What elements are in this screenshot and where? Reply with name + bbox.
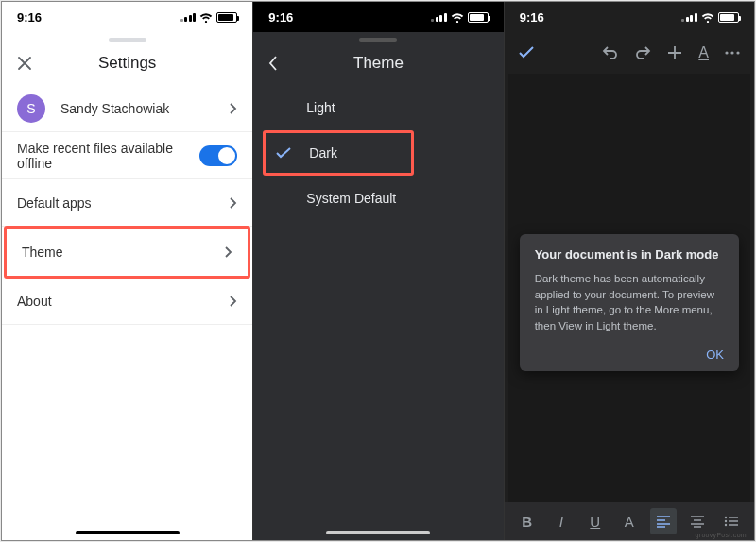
add-icon[interactable] xyxy=(666,44,683,61)
theme-label: Theme xyxy=(22,245,225,260)
editor-toolbar: A xyxy=(505,32,754,74)
cellular-icon xyxy=(681,13,697,22)
home-indicator xyxy=(326,531,430,534)
about-label: About xyxy=(17,294,230,309)
wifi-icon xyxy=(199,11,213,23)
theme-option-label: Dark xyxy=(309,145,337,161)
theme-option-label: Light xyxy=(306,100,335,115)
dialog-title: Your document is in Dark mode xyxy=(535,247,724,262)
check-icon xyxy=(275,147,292,159)
redo-icon[interactable] xyxy=(634,44,651,61)
status-bar: 9:16 xyxy=(2,2,252,32)
theme-screen: 9:16 Theme Light Dark System Default xyxy=(252,2,503,540)
status-time: 9:16 xyxy=(17,10,42,25)
offline-row[interactable]: Make recent files available offline xyxy=(2,132,252,179)
theme-row-highlight: Theme xyxy=(4,226,250,279)
italic-button[interactable]: I xyxy=(548,508,575,534)
battery-icon xyxy=(718,12,739,23)
default-apps-row[interactable]: Default apps xyxy=(2,179,252,227)
svg-point-1 xyxy=(730,51,733,54)
status-bar: 9:16 xyxy=(253,2,503,32)
status-bar: 9:16 xyxy=(505,2,754,32)
theme-option-dark[interactable]: Dark xyxy=(266,133,411,173)
avatar: S xyxy=(17,94,45,123)
bold-button[interactable]: B xyxy=(514,508,541,534)
document-area[interactable]: Your document is in Dark mode Dark theme… xyxy=(508,74,750,502)
chevron-right-icon xyxy=(225,246,232,258)
cellular-icon xyxy=(180,13,197,22)
watermark: groovyPost.com xyxy=(696,532,747,538)
cellular-icon xyxy=(431,13,447,22)
chevron-right-icon xyxy=(230,103,237,114)
more-icon[interactable] xyxy=(724,44,741,61)
theme-option-light[interactable]: Light xyxy=(253,85,503,130)
theme-row[interactable]: Theme xyxy=(7,229,248,276)
theme-title: Theme xyxy=(253,54,503,73)
status-time: 9:16 xyxy=(268,10,293,25)
dialog-body: Dark theme has been automatically applie… xyxy=(535,271,724,334)
align-left-button[interactable] xyxy=(650,508,677,534)
battery-icon xyxy=(216,12,237,23)
status-indicators xyxy=(431,11,489,23)
chevron-right-icon xyxy=(230,296,237,307)
editor-screen: 9:16 A Your document is in Dark mode Dar… xyxy=(504,2,754,540)
home-indicator xyxy=(76,531,180,534)
wifi-icon xyxy=(701,11,714,23)
theme-header: Theme xyxy=(253,42,503,85)
status-time: 9:16 xyxy=(520,10,544,25)
status-indicators xyxy=(681,11,739,23)
settings-header: Settings xyxy=(2,42,252,85)
bullet-list-button[interactable] xyxy=(718,508,745,534)
settings-title: Settings xyxy=(2,54,252,73)
underline-button[interactable]: U xyxy=(582,508,609,534)
theme-option-system[interactable]: System Default xyxy=(253,176,503,221)
theme-option-dark-highlight: Dark xyxy=(263,130,414,176)
dark-mode-dialog: Your document is in Dark mode Dark theme… xyxy=(520,234,739,371)
svg-point-0 xyxy=(725,51,728,54)
svg-point-5 xyxy=(725,524,727,526)
chevron-right-icon xyxy=(230,197,237,209)
default-apps-label: Default apps xyxy=(17,195,230,211)
status-indicators xyxy=(180,11,238,23)
offline-label: Make recent files available offline xyxy=(17,141,199,171)
align-center-button[interactable] xyxy=(684,508,711,534)
done-check-icon[interactable] xyxy=(518,44,535,61)
account-row[interactable]: S Sandy Stachowiak xyxy=(2,85,252,132)
svg-point-2 xyxy=(736,51,739,54)
undo-icon[interactable] xyxy=(602,44,619,61)
svg-point-4 xyxy=(725,520,727,522)
account-name: Sandy Stachowiak xyxy=(60,101,230,116)
text-format-icon[interactable]: A xyxy=(698,44,709,61)
offline-toggle[interactable] xyxy=(199,145,237,166)
svg-point-3 xyxy=(725,517,727,518)
wifi-icon xyxy=(451,11,464,23)
text-color-button[interactable]: A xyxy=(616,508,643,534)
settings-screen: 9:16 Settings S Sandy Stachowiak Make re… xyxy=(2,2,252,540)
dialog-ok-button[interactable]: OK xyxy=(535,347,724,362)
battery-icon xyxy=(468,12,489,23)
theme-option-label: System Default xyxy=(306,191,396,206)
about-row[interactable]: About xyxy=(2,278,252,325)
